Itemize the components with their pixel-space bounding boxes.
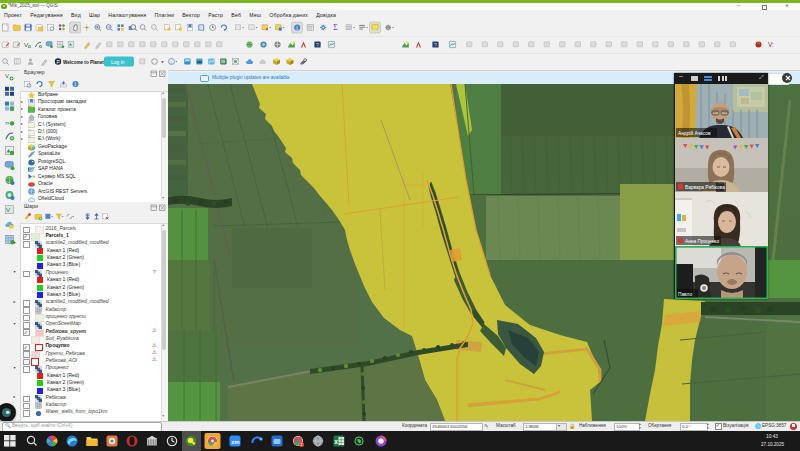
- svg-text:Анна Проценко: Анна Проценко: [685, 239, 719, 244]
- svg-text:Варвара Рябікова: Варвара Рябікова: [685, 185, 725, 190]
- svg-text:zm: zm: [231, 439, 239, 445]
- svg-text:V: V: [24, 42, 28, 48]
- svg-text:i: i: [171, 60, 173, 65]
- svg-text:x: x: [334, 438, 338, 445]
- svg-text:Андрій Ачасов: Андрій Ачасов: [678, 130, 711, 136]
- svg-text:Павло: Павло: [678, 292, 692, 297]
- svg-text:Σ: Σ: [333, 23, 337, 32]
- svg-text:,,: ,,: [5, 116, 9, 125]
- svg-text:?: ?: [434, 42, 437, 48]
- svg-text:SAP: SAP: [29, 168, 35, 172]
- svg-text:V:: V:: [768, 41, 774, 48]
- svg-text:V: V: [5, 73, 9, 79]
- svg-text:V: V: [6, 207, 10, 213]
- svg-text:Log in: Log in: [111, 59, 125, 65]
- svg-text:Welcome to Planet: Welcome to Planet: [63, 60, 104, 65]
- svg-text:?: ?: [316, 42, 319, 48]
